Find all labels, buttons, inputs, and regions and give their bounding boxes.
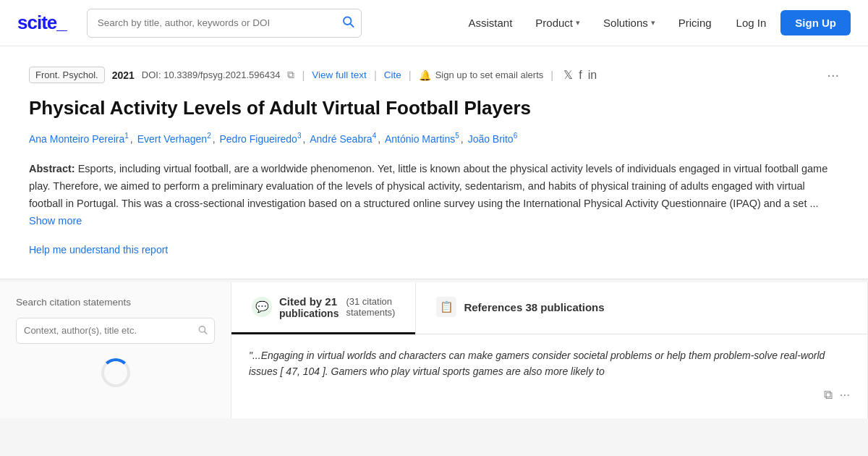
author-6[interactable]: João Brito6 <box>468 133 518 145</box>
citation-snippet: "...Engaging in virtual worlds and chara… <box>231 334 867 418</box>
tab-references-label: References 38 publications <box>464 301 604 313</box>
paper-title: Physical Activity Levels of Adult Virtua… <box>29 96 839 121</box>
journal-badge: Front. Psychol. <box>29 67 105 83</box>
author-4[interactable]: André Seabra4 <box>310 133 376 145</box>
signup-button[interactable]: Sign Up <box>780 10 851 35</box>
paper-year: 2021 <box>112 69 135 81</box>
author-2[interactable]: Evert Verhagen2 <box>137 133 211 145</box>
login-button[interactable]: Log In <box>725 11 778 35</box>
show-more-link[interactable]: Show more <box>29 215 82 227</box>
search-submit-button[interactable] <box>341 14 354 31</box>
loading-spinner <box>101 358 130 387</box>
copy-snippet-icon[interactable]: ⧉ <box>824 385 833 405</box>
product-chevron-icon: ▾ <box>576 18 580 28</box>
nav-product[interactable]: Product ▾ <box>525 11 590 35</box>
tab-cited-by[interactable]: 💬 Cited by 21 publications (31 citation … <box>231 282 415 334</box>
citation-search-wrapper <box>16 318 215 344</box>
snippet-actions: ⧉ ··· <box>249 385 850 405</box>
more-options-icon[interactable]: ··· <box>827 67 839 83</box>
citation-search-icon <box>197 324 208 337</box>
site-header: scite_ Assistant Product ▾ Solutions ▾ P… <box>0 0 868 46</box>
abstract-text: Esports, including virtual football, are… <box>29 163 827 209</box>
copy-doi-icon[interactable]: ⧉ <box>287 69 294 81</box>
solutions-chevron-icon: ▾ <box>651 18 655 28</box>
snippet-text: "...Engaging in virtual worlds and chara… <box>249 347 850 380</box>
paper-doi-label: DOI: 10.3389/fpsyg.2021.596434 <box>142 69 281 80</box>
citation-search-title: Search citation statements <box>16 297 215 308</box>
citation-search-panel: Search citation statements <box>0 282 231 418</box>
svg-line-3 <box>205 332 207 334</box>
paper-abstract: Abstract: Esports, including virtual foo… <box>29 161 839 230</box>
help-understand-link[interactable]: Help me understand this report <box>29 244 168 256</box>
nav-assistant[interactable]: Assistant <box>458 11 522 35</box>
tab-cited-by-label: Cited by 21 publications <box>279 295 339 319</box>
author-5[interactable]: António Martins5 <box>385 133 459 145</box>
svg-line-1 <box>350 23 353 26</box>
more-snippet-icon[interactable]: ··· <box>840 385 850 405</box>
paper-card: Front. Psychol. 2021 DOI: 10.3389/fpsyg.… <box>0 46 868 279</box>
main-nav: Assistant Product ▾ Solutions ▾ Pricing … <box>458 10 851 35</box>
alert-text: Sign up to set email alerts <box>435 69 544 80</box>
bell-icon: 🔔 <box>419 69 431 81</box>
citations-panel: 💬 Cited by 21 publications (31 citation … <box>231 282 868 418</box>
cite-link[interactable]: Cite <box>384 69 401 80</box>
social-icons: 𝕏 f in <box>563 68 597 82</box>
site-logo[interactable]: scite_ <box>17 12 67 34</box>
paper-authors: Ana Monteiro Pereira1, Evert Verhagen2, … <box>29 131 839 148</box>
references-icon: 📋 <box>436 297 456 317</box>
facebook-icon[interactable]: f <box>579 69 582 82</box>
paper-meta: Front. Psychol. 2021 DOI: 10.3389/fpsyg.… <box>29 67 839 83</box>
citation-statements-count: (31 citation statements) <box>346 296 395 318</box>
bottom-section: Search citation statements 💬 <box>0 282 868 418</box>
alert-section: 🔔 Sign up to set email alerts <box>419 69 544 81</box>
search-wrapper <box>87 9 362 38</box>
search-input[interactable] <box>87 9 362 38</box>
tabs-row: 💬 Cited by 21 publications (31 citation … <box>231 282 867 334</box>
main-content: Front. Psychol. 2021 DOI: 10.3389/fpsyg.… <box>0 46 868 418</box>
cited-by-icon: 💬 <box>252 297 272 317</box>
nav-pricing[interactable]: Pricing <box>668 11 722 35</box>
tab-references[interactable]: 📋 References 38 publications <box>415 282 624 334</box>
author-1[interactable]: Ana Monteiro Pereira1 <box>29 133 129 145</box>
abstract-label: Abstract: <box>29 163 75 174</box>
nav-solutions[interactable]: Solutions ▾ <box>593 11 665 35</box>
linkedin-icon[interactable]: in <box>588 69 597 82</box>
view-full-text-link[interactable]: View full text <box>312 69 367 80</box>
author-3[interactable]: Pedro Figueiredo3 <box>220 133 302 145</box>
twitter-icon[interactable]: 𝕏 <box>563 68 573 82</box>
paper-doi-value: 10.3389/fpsyg.2021.596434 <box>163 69 280 80</box>
citation-search-input[interactable] <box>16 318 215 344</box>
